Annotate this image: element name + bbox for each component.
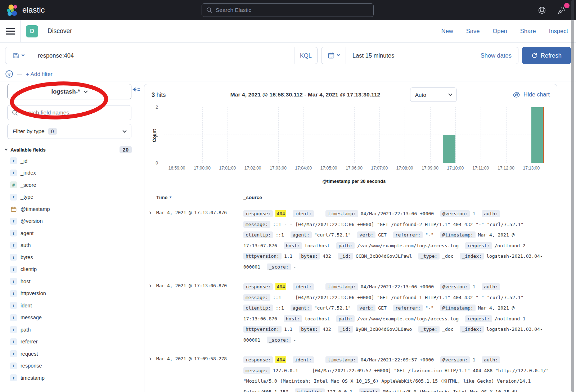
- gridline: [481, 107, 481, 163]
- hide-chart-button[interactable]: Hide chart: [513, 91, 550, 98]
- field-key-chip: request:: [465, 242, 492, 249]
- field-item-path[interactable]: tpath: [0, 324, 143, 336]
- field-key-chip: auth:: [482, 210, 500, 217]
- expand-row-button[interactable]: ›: [144, 281, 156, 345]
- expand-row-button[interactable]: ›: [144, 355, 156, 392]
- show-dates-button[interactable]: Show dates: [481, 52, 518, 59]
- global-search-input[interactable]: [216, 7, 369, 13]
- expand-row-button[interactable]: ›: [144, 208, 156, 272]
- source-field-pair: ident:-: [293, 211, 323, 216]
- field-key-chip: _score:: [267, 263, 291, 270]
- source-field-pair: httpversion:1.1: [243, 326, 296, 332]
- collapse-sidebar-button[interactable]: [132, 86, 141, 94]
- field-item-auth[interactable]: tauth: [0, 239, 143, 252]
- field-value: -: [316, 211, 319, 216]
- index-pattern-selector[interactable]: logstash-*: [7, 84, 131, 99]
- newsfeed-button[interactable]: [557, 6, 566, 15]
- source-field-pair: referrer:"-": [393, 305, 437, 311]
- field-item-httpversion[interactable]: thttpversion: [0, 288, 143, 300]
- source-field-pair: host:localhost: [284, 243, 334, 248]
- field-item-index[interactable]: t_index: [0, 167, 143, 179]
- field-item-id[interactable]: t_id: [0, 155, 143, 167]
- field-value: /var/www/example.com/logs/access.log: [357, 243, 459, 248]
- field-value: 404: [275, 284, 286, 289]
- field-item-score[interactable]: #_score: [0, 179, 143, 191]
- field-item-bytes[interactable]: tbytes: [0, 251, 143, 263]
- x-tick-label: 17:00:00: [194, 166, 211, 171]
- menu-hamburger-button[interactable]: [6, 28, 15, 35]
- query-input[interactable]: [38, 52, 288, 59]
- index-pattern-name: logstash-*: [51, 88, 80, 95]
- field-item-version[interactable]: t@version: [0, 215, 143, 227]
- query-language-button[interactable]: KQL: [294, 47, 317, 64]
- help-button[interactable]: [538, 6, 546, 14]
- add-filter-button[interactable]: + Add filter: [26, 71, 53, 77]
- x-tick-label: 17:07:00: [371, 166, 388, 171]
- field-item-host[interactable]: thost: [0, 275, 143, 288]
- field-name: bytes: [21, 254, 33, 260]
- source-field-pair: _score:-: [267, 264, 300, 270]
- field-value: 404: [275, 211, 286, 216]
- date-picker-calendar-button[interactable]: [321, 47, 346, 64]
- field-item-response[interactable]: tresponse: [0, 360, 143, 372]
- field-item-message[interactable]: tmessage: [0, 312, 143, 324]
- histogram-bar[interactable]: [531, 107, 544, 163]
- field-item-timestamp[interactable]: @timestamp: [0, 203, 143, 215]
- field-value: localhost: [305, 316, 330, 321]
- field-item-request[interactable]: trequest: [0, 348, 143, 360]
- field-value: 432: [323, 253, 331, 259]
- table-row: ›Mar 4, 2021 @ 17:13:06.870response:404 …: [144, 277, 557, 350]
- filter-icon[interactable]: [5, 70, 13, 78]
- x-tick-label: 17:03:00: [270, 166, 287, 171]
- nav-action-share[interactable]: Share: [520, 28, 536, 35]
- field-key-chip: verb:: [357, 231, 375, 238]
- nav-action-inspect[interactable]: Inspect: [549, 28, 568, 35]
- source-field-pair: response:404: [243, 357, 290, 362]
- histogram-chart[interactable]: Count 012 16:59:0017:00:0017:01:0017:02:…: [144, 102, 557, 190]
- field-value: /var/www/example.com/logs/access.log: [357, 316, 459, 321]
- gridline: [405, 107, 405, 163]
- elastic-logo[interactable]: elastic: [6, 4, 45, 16]
- field-item-ident[interactable]: tident: [0, 299, 143, 312]
- field-search-input[interactable]: [21, 109, 127, 116]
- available-fields-header[interactable]: Available fields 20: [5, 146, 132, 153]
- page-scrollbar[interactable]: [571, 0, 574, 392]
- refresh-button[interactable]: Refresh: [522, 47, 571, 64]
- interval-select[interactable]: Auto: [410, 87, 457, 102]
- histogram-bar[interactable]: [443, 135, 455, 163]
- saved-query-menu-button[interactable]: [5, 47, 32, 64]
- gridline: [430, 107, 431, 163]
- row-time: Mar 4, 2021 @ 17:13:07.876: [156, 208, 243, 272]
- nav-action-new[interactable]: New: [441, 28, 453, 35]
- time-range-value[interactable]: Last 15 minutes: [346, 52, 481, 59]
- field-item-clientip[interactable]: tclientip: [0, 263, 143, 276]
- nav-action-save[interactable]: Save: [466, 28, 480, 35]
- source-field-pair: _type:_doc: [418, 326, 457, 332]
- y-tick-label: 0: [156, 161, 158, 166]
- x-tick-label: 17:05:00: [320, 166, 337, 171]
- field-key-chip: referrer:: [393, 231, 423, 238]
- time-column-header[interactable]: Time▼: [156, 195, 243, 200]
- field-item-type[interactable]: t_type: [0, 191, 143, 203]
- source-column-header: _source: [243, 195, 262, 200]
- field-value: ::1: [275, 305, 284, 311]
- field-name: request: [21, 351, 38, 357]
- field-item-agent[interactable]: tagent: [0, 227, 143, 239]
- search-icon: [206, 7, 212, 13]
- nav-action-open[interactable]: Open: [492, 28, 507, 35]
- field-key-chip: clientip:: [243, 231, 273, 238]
- field-key-chip: response:: [243, 283, 273, 290]
- field-type-string-icon: t: [10, 374, 17, 381]
- field-key-chip: _index:: [460, 326, 484, 333]
- field-name: agent: [21, 230, 33, 236]
- field-item-referrer[interactable]: treferrer: [0, 336, 143, 348]
- filter-by-type-select[interactable]: Filter by type 0: [7, 124, 131, 139]
- field-key-chip: _id:: [338, 326, 353, 333]
- global-search[interactable]: [202, 3, 374, 17]
- field-value: 1.1: [284, 253, 292, 259]
- field-search[interactable]: [7, 105, 131, 120]
- field-item-timestamp[interactable]: ttimestamp: [0, 372, 143, 384]
- source-field-pair: auth:-: [482, 284, 509, 289]
- chevron-down-icon: [84, 89, 88, 93]
- gridline: [506, 107, 507, 163]
